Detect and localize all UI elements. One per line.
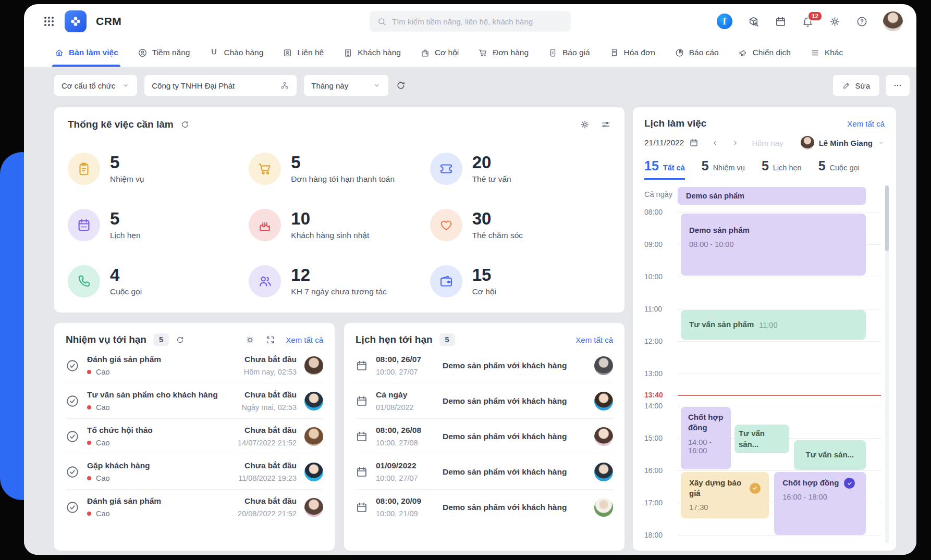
org-structure-label: Cơ cấu tổ chức <box>62 81 115 90</box>
today-button[interactable]: Hôm nay <box>752 139 783 147</box>
calendar-scrollbar <box>885 185 889 543</box>
search-input[interactable] <box>392 17 564 26</box>
scrollbar-thumb[interactable] <box>885 185 889 251</box>
event-demo-san-pham[interactable]: Demo sản phẩm 08:00 - 10:00 <box>681 214 866 276</box>
product-lookup-icon[interactable] <box>748 16 760 28</box>
calendar-user-selector[interactable]: Lê Minh Giang <box>801 136 885 150</box>
tab-don-hang[interactable]: Đơn hàng <box>478 39 529 67</box>
calendar-view-all-link[interactable]: Xem tất cả <box>847 119 885 128</box>
tab-ban-lam-viec[interactable]: Bàn làm việc <box>54 39 118 67</box>
event-tu-van-san-pham[interactable]: Tư vấn sản phẩm 11:00 <box>681 310 866 340</box>
check-circle-icon[interactable] <box>66 430 79 443</box>
tab-khach-hang[interactable]: Khách hàng <box>343 39 401 67</box>
gear-icon[interactable] <box>245 335 255 345</box>
task-row[interactable]: Đánh giá sản phẩmCao Chưa bắt đầuHôm nay… <box>66 348 323 383</box>
calendar-tabs: 15Tất cả 5Nhiệm vụ 5Lịch hẹn 5Cuộc gọi <box>644 158 885 180</box>
date-picker-icon[interactable] <box>689 138 699 147</box>
refresh-icon[interactable] <box>180 120 190 129</box>
cal-tab-all[interactable]: 15Tất cả <box>644 158 685 180</box>
cal-tab-appointments[interactable]: 5Lịch hẹn <box>762 158 802 180</box>
cal-tab-tasks[interactable]: 5Nhiệm vụ <box>702 158 745 180</box>
appointment-row[interactable]: 01/09/202210:00, 27/07 Demo sản phẩm với… <box>356 454 613 490</box>
expand-icon[interactable] <box>265 335 275 345</box>
notification-badge: 12 <box>807 11 823 22</box>
appointment-row[interactable]: 08:00, 26/0810:00, 27/08 Demo sản phẩm v… <box>356 419 613 454</box>
calendar-icon[interactable] <box>775 16 787 28</box>
crm-logo-icon[interactable] <box>65 10 87 32</box>
priority-dot <box>87 476 91 480</box>
task-row[interactable]: Tư vấn sản phẩm cho khách hàngCao Chưa b… <box>66 383 323 419</box>
tasks-title: Nhiệm vụ tới hạn <box>66 334 146 345</box>
refresh-icon[interactable] <box>176 335 185 344</box>
appointments-title: Lịch hẹn tới hạn <box>356 334 433 345</box>
stat-lich-hen[interactable]: 5Lịch hẹn <box>68 209 249 241</box>
event-chot-hop-dong-1[interactable]: Chốt hợp đồng 14:00 - 16:00 <box>681 407 731 469</box>
org-structure-dropdown[interactable]: Cơ cấu tổ chức <box>54 75 137 96</box>
hour-grid: 08:00 09:00 10:00 11:00 12:00 13:00 14:0… <box>644 212 885 539</box>
task-row[interactable]: Tổ chức hội thảoCao Chưa bắt đầu14/07/20… <box>66 419 323 454</box>
stat-the-tu-van[interactable]: 20Thẻ tư vấn <box>430 153 611 185</box>
stat-cuoc-goi[interactable]: 4Cuộc gọi <box>68 265 249 297</box>
stat-don-hang[interactable]: 5Đơn hàng tới hạn thanh toán <box>249 153 430 185</box>
priority-dot <box>87 370 91 374</box>
check-circle-icon[interactable] <box>66 359 79 372</box>
tasks-panel: Nhiệm vụ tới hạn 5 Xem tất cả <box>54 323 335 551</box>
event-allday[interactable]: Demo sản phẩm <box>678 187 866 205</box>
stat-kh-chua-tuong-tac[interactable]: 12KH 7 ngày chưa tương tác <box>249 265 430 297</box>
event-chot-hop-dong-2[interactable]: Chốt hợp đồng 16:00 - 18:00 <box>774 472 866 535</box>
hour-label: 13:00 <box>644 369 663 378</box>
facebook-icon[interactable]: f <box>717 14 732 29</box>
prev-day-button[interactable] <box>711 139 719 147</box>
tab-lien-he[interactable]: Liên hệ <box>283 39 324 67</box>
notifications-button[interactable]: 12 <box>802 16 814 28</box>
help-icon[interactable] <box>856 16 868 28</box>
event-tu-van-3[interactable]: Tư vấn sản... <box>794 440 866 470</box>
task-row[interactable]: Gặp khách hàngCao Chưa bắt đầu11/08/2022… <box>66 454 323 490</box>
check-circle-icon[interactable] <box>66 394 79 408</box>
stat-co-hoi[interactable]: 15Cơ hội <box>430 265 611 297</box>
tab-tiem-nang[interactable]: Tiềm năng <box>138 39 190 67</box>
clipboard-icon <box>68 153 100 185</box>
tab-bao-gia[interactable]: Báo giá <box>548 39 590 67</box>
more-button[interactable] <box>886 75 910 96</box>
tab-hoa-don[interactable]: Hóa đơn <box>609 39 655 67</box>
next-day-button[interactable] <box>731 139 739 147</box>
edit-button[interactable]: Sửa <box>833 75 879 96</box>
stat-the-cham-soc[interactable]: 30Thẻ chăm sóc <box>430 209 611 241</box>
appointments-view-all-link[interactable]: Xem tất cả <box>575 335 613 344</box>
event-xay-dung-bao-gia[interactable]: Xây dựng báo giá 17:30 <box>681 472 769 518</box>
check-circle-icon[interactable] <box>66 501 79 514</box>
app-title: CRM <box>96 15 121 28</box>
check-icon <box>750 483 761 494</box>
user-avatar[interactable] <box>883 11 903 31</box>
stat-nhiem-vu[interactable]: 5Nhiệm vụ <box>68 153 249 185</box>
refresh-button[interactable] <box>396 80 406 91</box>
period-dropdown[interactable]: Tháng này <box>304 75 388 96</box>
tab-bao-cao[interactable]: Báo cáo <box>675 39 719 67</box>
settings-icon[interactable] <box>829 16 841 28</box>
company-selector[interactable]: Công ty TNHH Đại Phát <box>144 75 297 96</box>
stat-sinh-nhat[interactable]: 10Khách hàng sinh nhật <box>249 209 430 241</box>
app-grid-icon[interactable] <box>43 15 55 28</box>
global-search[interactable] <box>370 11 571 32</box>
gear-icon[interactable] <box>580 119 590 130</box>
hour-label: 12:00 <box>644 337 663 345</box>
check-circle-icon[interactable] <box>66 465 79 479</box>
tab-chao-hang[interactable]: Chào hàng <box>209 39 263 67</box>
tab-khac[interactable]: Khác <box>810 39 843 67</box>
appointment-row[interactable]: 08:00, 20/0910:00, 21/09 Demo sản phẩm v… <box>356 490 613 525</box>
cal-tab-calls[interactable]: 5Cuộc gọi <box>818 158 860 180</box>
sliders-icon[interactable] <box>601 119 611 130</box>
event-tu-van-2[interactable]: Tư vấn sản... <box>734 425 789 453</box>
assignee-avatar <box>304 427 323 446</box>
appointment-row[interactable]: Cả ngày01/08/2022 Demo sản phẩm với khác… <box>356 383 613 419</box>
appointment-row[interactable]: 08:00, 26/0710:00, 27/07 Demo sản phẩm v… <box>356 348 613 383</box>
priority-dot <box>87 405 91 409</box>
magnet-icon <box>209 48 219 58</box>
task-row[interactable]: Đánh giá sản phẩmCao Chưa bắt đầu20/08/2… <box>66 490 323 525</box>
work-calendar-panel: Lịch làm việc Xem tất cả 21/11/2022 Hôm … <box>633 107 896 551</box>
tasks-view-all-link[interactable]: Xem tất cả <box>286 335 323 344</box>
chevron-down-icon <box>373 81 381 90</box>
tab-co-hoi[interactable]: Cơ hội <box>420 39 459 67</box>
tab-chien-dich[interactable]: Chiến dịch <box>738 39 791 67</box>
